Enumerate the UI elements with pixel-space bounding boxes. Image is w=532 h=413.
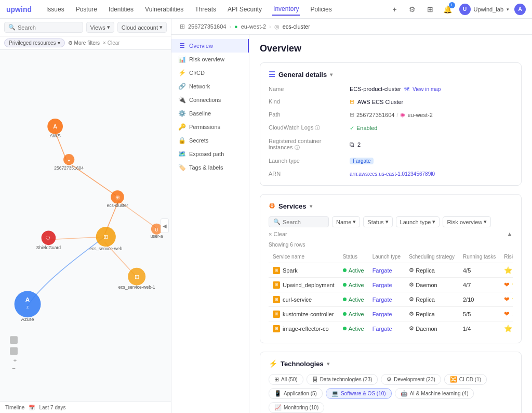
more-filters-label: More filters bbox=[74, 40, 100, 46]
status-dot bbox=[343, 312, 347, 316]
status-text: Active bbox=[349, 311, 364, 317]
cloud-account-button[interactable]: Cloud account ▾ bbox=[117, 22, 167, 33]
graph-area[interactable]: A AWS ● 256727351604 ⊞ ecs-cluster ⊞ ecs… bbox=[0, 50, 171, 402]
nav-item-issues[interactable]: Issues bbox=[45, 4, 65, 15]
services-search-input[interactable] bbox=[283, 219, 324, 225]
collapse-panel-button[interactable]: ◀ bbox=[161, 218, 169, 233]
clear-filters-button[interactable]: × Clear bbox=[103, 40, 120, 46]
sidebar-item-permissions[interactable]: 🔑 Permissions bbox=[171, 120, 249, 134]
category-tab[interactable]: 📈Monitoring (10) bbox=[269, 402, 324, 413]
category-tab[interactable]: 🗄Data technologies (23) bbox=[307, 374, 378, 385]
nav-item-policies[interactable]: Policies bbox=[309, 4, 332, 15]
svg-rect-31 bbox=[10, 336, 18, 344]
service-scheduling-cell: ⚙ Daemon bbox=[405, 278, 459, 292]
check-icon: ✓ bbox=[350, 125, 354, 132]
sidebar-item-secrets[interactable]: 🔒 Secrets bbox=[171, 134, 249, 147]
nav-item-threats[interactable]: Threats bbox=[194, 4, 217, 15]
services-header[interactable]: ⚙ Services ▾ bbox=[269, 202, 513, 210]
sidebar-item-overview[interactable]: ☰ Overview bbox=[171, 39, 249, 53]
name-value: ECS-product-cluster 🗺 View in map bbox=[350, 85, 513, 93]
sidebar-item-cicd[interactable]: ⚡ CI/CD bbox=[171, 66, 249, 80]
category-tab[interactable]: ⊞All (50) bbox=[269, 374, 303, 385]
privileged-resources-filter[interactable]: Privileged resources ▾ bbox=[4, 38, 65, 47]
launch-type-label: Launch type bbox=[269, 157, 341, 165]
svg-text:A: A bbox=[53, 123, 57, 130]
breadcrumb-region[interactable]: eu-west-2 bbox=[241, 23, 266, 30]
category-tab[interactable]: 🔀CI CD (1) bbox=[444, 374, 487, 385]
risk-icon: 📊 bbox=[178, 56, 186, 63]
view-in-map-link[interactable]: View in map bbox=[413, 86, 441, 92]
breadcrumb-account[interactable]: 256727351604 bbox=[188, 23, 226, 30]
svg-text:AWS: AWS bbox=[49, 133, 60, 138]
sidebar-item-risk[interactable]: 📊 Risk overview bbox=[171, 53, 249, 66]
service-status-cell: Active bbox=[339, 321, 368, 336]
service-risk-cell: ⭐↗ bbox=[500, 263, 513, 278]
arn-link[interactable]: arn:aws:ecs:us-east-1:0123456789l0 bbox=[350, 171, 435, 177]
graph-search-input[interactable] bbox=[18, 24, 79, 31]
breadcrumb-cluster[interactable]: ecs-cluster bbox=[283, 23, 310, 30]
service-launch-type-cell: Fargate bbox=[368, 321, 405, 336]
table-row[interactable]: ⊞ curl-service Active Fargate ⚙ Replica … bbox=[269, 292, 513, 307]
path-separator: / bbox=[396, 112, 398, 118]
gear-icon[interactable]: ⚙ bbox=[406, 3, 419, 16]
sidebar-item-network[interactable]: 🔗 Network bbox=[171, 80, 249, 93]
services-search-box[interactable]: 🔍 bbox=[269, 216, 329, 227]
table-row[interactable]: ⊞ Spark Active Fargate ⚙ Replica 4/5 ⭐↗ bbox=[269, 263, 513, 278]
instances-count: 2 bbox=[357, 141, 361, 148]
chevron-left-icon: ◀ bbox=[163, 223, 167, 229]
chevron-down-icon: ▾ bbox=[159, 24, 163, 31]
sidebar-item-tags[interactable]: 🏷️ Tags & labels bbox=[171, 161, 249, 174]
bell-icon[interactable]: 🔔 1 bbox=[442, 3, 454, 16]
services-clear-button[interactable]: × Clear bbox=[269, 231, 287, 237]
service-status-cell: Active bbox=[339, 278, 368, 292]
exposed-path-icon: 🗺️ bbox=[178, 150, 186, 158]
nav-item-posture[interactable]: Posture bbox=[75, 4, 98, 15]
service-name-cell: ⊞ kustomize-controller bbox=[269, 307, 339, 321]
general-details-title: General details bbox=[278, 71, 327, 79]
category-tab[interactable]: 🤖AI & Machine learning (4) bbox=[395, 388, 474, 399]
breadcrumb-separator-1: › bbox=[229, 23, 231, 30]
status-dot bbox=[343, 327, 347, 330]
search-icon: 🔍 bbox=[8, 24, 16, 31]
technologies-header[interactable]: ⚡ Technologies ▾ bbox=[269, 359, 513, 368]
svg-text:ecs_service-web-1: ecs_service-web-1 bbox=[118, 285, 155, 290]
risk-filter-button[interactable]: Risk overview ▾ bbox=[443, 216, 491, 227]
more-filters-button[interactable]: ⚙ More filters bbox=[68, 40, 100, 46]
launch-type-filter-button[interactable]: Launch type ▾ bbox=[396, 216, 440, 227]
col-scheduling: Scheduling strategy bbox=[405, 251, 459, 263]
nav-item-identities[interactable]: Identities bbox=[108, 4, 135, 15]
sidebar-item-baseline[interactable]: ⚙️ Baseline bbox=[171, 107, 249, 120]
service-tasks-cell: 1/4 bbox=[459, 321, 500, 336]
services-scroll-up[interactable]: ▲ bbox=[507, 230, 513, 238]
map-icon: 🗺 bbox=[404, 86, 409, 92]
table-row[interactable]: ⊞ image-reflector-co Active Fargate ⚙ Da… bbox=[269, 321, 513, 336]
graph-search-box[interactable]: 🔍 bbox=[4, 22, 83, 33]
category-tab[interactable]: ⚙Development (23) bbox=[381, 374, 441, 385]
columns-icon[interactable]: ⊞ bbox=[424, 3, 436, 16]
nav-item-inventory[interactable]: Inventory bbox=[272, 3, 300, 16]
general-details-header[interactable]: ☰ General details ▾ bbox=[269, 70, 513, 79]
nav-item-vulnerabilities[interactable]: Vulnerabilities bbox=[144, 4, 184, 15]
sidebar-item-exposed-path[interactable]: 🗺️ Exposed path bbox=[171, 147, 249, 161]
sidebar-item-connections[interactable]: 🔌 Connections bbox=[171, 93, 249, 107]
status-text: Active bbox=[349, 282, 364, 288]
service-icon: ⊞ bbox=[273, 281, 280, 289]
content-area: ☰ Overview 📊 Risk overview ⚡ CI/CD 🔗 Net… bbox=[171, 35, 532, 413]
category-tab[interactable]: 💻Software & OS (10) bbox=[326, 388, 392, 399]
nav-item-api-security[interactable]: API Security bbox=[227, 4, 263, 15]
name-filter-button[interactable]: Name ▾ bbox=[332, 216, 360, 227]
sidebar-item-label: Secrets bbox=[189, 137, 208, 144]
category-tab[interactable]: 📱Application (5) bbox=[269, 388, 323, 399]
user-menu[interactable]: U Upwind_lab ▾ bbox=[459, 4, 509, 15]
status-filter-button[interactable]: Status ▾ bbox=[363, 216, 392, 227]
views-button[interactable]: Views ▾ bbox=[86, 22, 114, 33]
left-panel-toolbar: 🔍 Views ▾ Cloud account ▾ bbox=[0, 19, 171, 36]
info-icon: ⓘ bbox=[315, 125, 320, 131]
plus-icon[interactable]: + bbox=[389, 3, 401, 16]
table-row[interactable]: ⊞ kustomize-controller Active Fargate ⚙ … bbox=[269, 307, 513, 321]
user-initial-avatar[interactable]: A bbox=[514, 4, 526, 15]
clear-label: Clear bbox=[108, 40, 120, 46]
breadcrumb-separator-2: › bbox=[269, 23, 271, 30]
cat-label: CI CD (1) bbox=[459, 377, 481, 382]
table-row[interactable]: ⊞ Upwind_deployment Active Fargate ⚙ Dae… bbox=[269, 278, 513, 292]
